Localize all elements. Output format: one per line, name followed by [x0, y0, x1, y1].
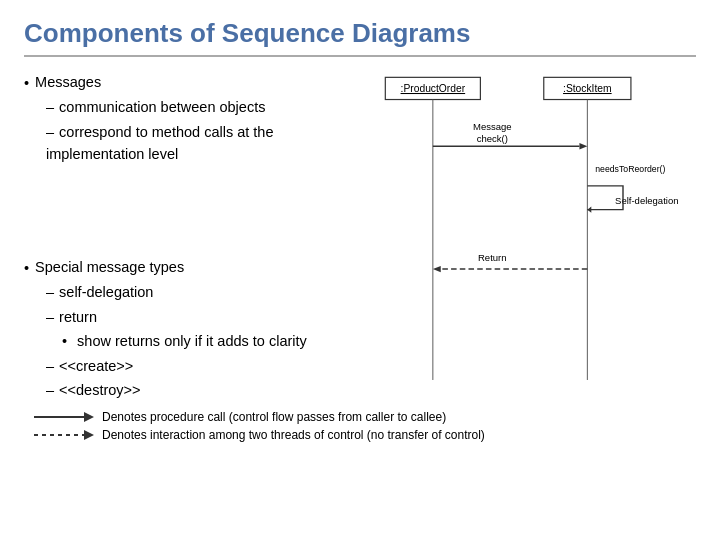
solid-arrow-icon — [34, 410, 94, 424]
msg-sub2: –correspond to method calls at the imple… — [24, 121, 334, 166]
dashed-line — [34, 434, 86, 436]
obj1-label: :ProductOrder — [401, 83, 466, 94]
check-arrowhead — [579, 143, 587, 149]
needs-label: needsToReorder() — [595, 164, 665, 174]
msg-check-sub: check() — [477, 133, 508, 144]
self-del-arrowhead — [587, 206, 591, 212]
special-sub4: –<<destroy>> — [24, 379, 334, 401]
dash-5: – — [46, 358, 54, 374]
self-del-label: Self-delegation — [615, 195, 678, 206]
return-arrowhead — [433, 266, 441, 272]
legend-dashed-text: Denotes interaction among two threads of… — [102, 428, 485, 442]
sequence-diagram: :ProductOrder :StockItem Message check() — [344, 71, 696, 412]
return-label: Return — [478, 252, 507, 263]
solid-head — [84, 412, 94, 422]
left-text: • Messages –communication between object… — [24, 71, 334, 412]
obj2-label: :StockItem — [563, 83, 612, 94]
special-section: • Special message types –self-delegation… — [24, 256, 334, 402]
dashed-head — [84, 430, 94, 440]
legend-solid-text: Denotes procedure call (control flow pas… — [102, 410, 446, 424]
msg-sub1: –communication between objects — [24, 96, 334, 118]
special-sub1: –self-delegation — [24, 281, 334, 303]
dash-2: – — [46, 124, 54, 140]
special-sub2: –return — [24, 306, 334, 328]
slide: Components of Sequence Diagrams • Messag… — [0, 0, 720, 540]
dashed-arrow-icon — [34, 428, 94, 442]
dash-1: – — [46, 99, 54, 115]
special-sub3: –<<create>> — [24, 355, 334, 377]
messages-section: • Messages –communication between object… — [24, 71, 334, 166]
slide-title: Components of Sequence Diagrams — [24, 18, 696, 57]
legend-dashed: Denotes interaction among two threads of… — [34, 428, 686, 442]
msg-check-label: Message — [473, 121, 512, 132]
dash-3: – — [46, 284, 54, 300]
diagram-area: :ProductOrder :StockItem Message check() — [344, 71, 696, 412]
legend: Denotes procedure call (control flow pas… — [24, 410, 696, 442]
dash-4: – — [46, 309, 54, 325]
messages-label: Messages — [35, 71, 101, 93]
solid-line — [34, 416, 86, 418]
legend-solid: Denotes procedure call (control flow pas… — [34, 410, 686, 424]
dash-6: – — [46, 382, 54, 398]
special-sub2a: • show returns only if it adds to clarit… — [24, 330, 334, 352]
content-area: • Messages –communication between object… — [24, 71, 696, 412]
special-label: Special message types — [35, 256, 184, 278]
bullet-dot-3: • — [62, 333, 67, 349]
bullet-dot-1: • — [24, 72, 29, 94]
bullet-dot-2: • — [24, 257, 29, 279]
